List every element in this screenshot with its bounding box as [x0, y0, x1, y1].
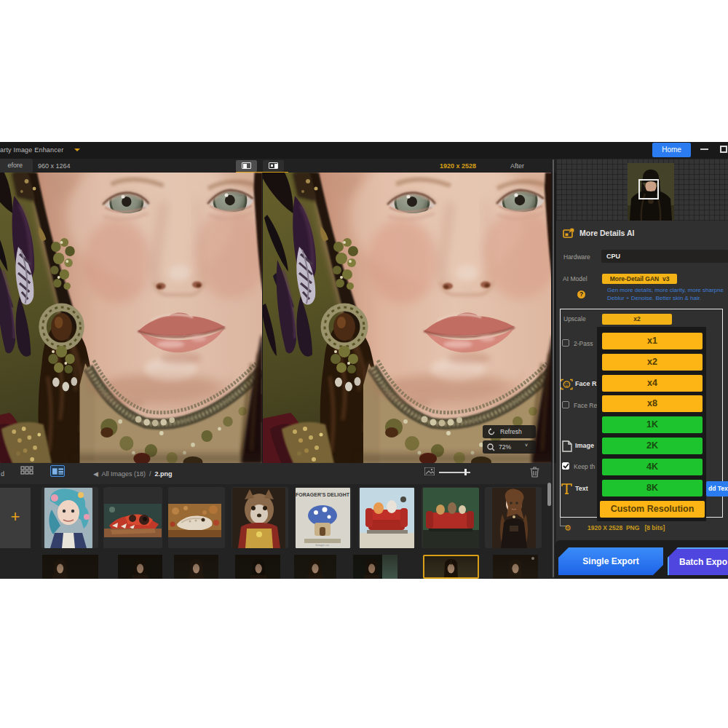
svg-text:FORAGER'S DELIGHT: FORAGER'S DELIGHT	[296, 492, 350, 497]
svg-text:forager co.: forager co.	[315, 543, 329, 547]
